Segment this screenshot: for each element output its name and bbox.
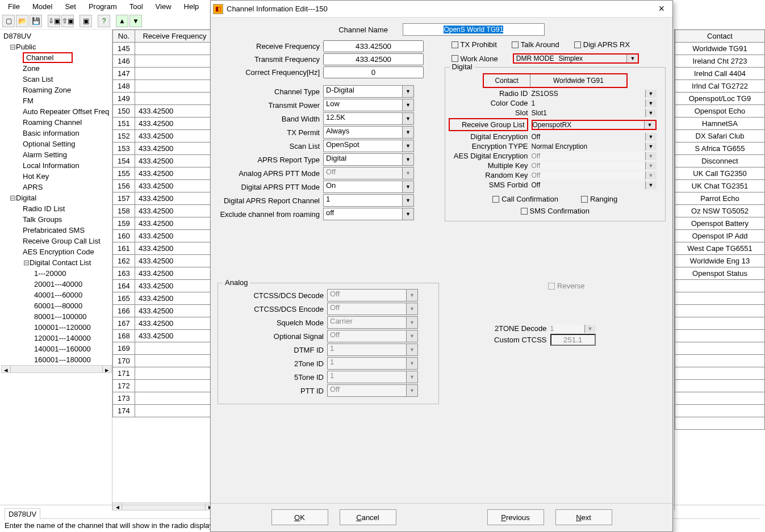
table-row[interactable]: 173 xyxy=(113,392,215,405)
list-item[interactable]: Openspot Echo xyxy=(675,105,765,118)
tree-aprs[interactable]: APRS xyxy=(1,182,112,192)
tx-permit-select[interactable]: Always▼ xyxy=(323,126,414,139)
up-arrow-icon[interactable]: ▲ xyxy=(116,15,128,27)
channel-type-select[interactable]: D-Digital▼ xyxy=(323,85,414,98)
table-row[interactable]: 170 xyxy=(113,355,215,367)
tree-root[interactable]: D878UV xyxy=(1,31,112,41)
table-row[interactable]: 169 xyxy=(113,342,215,355)
tree-fm[interactable]: FM xyxy=(1,95,112,106)
list-item[interactable]: HamnetSA xyxy=(675,118,765,130)
grid-header-no[interactable]: No. xyxy=(113,30,135,43)
digital-encryption-select[interactable]: Off▼ xyxy=(532,133,657,141)
list-item[interactable]: West Cape TG6551 xyxy=(675,242,765,255)
down-arrow-icon[interactable]: ▼ xyxy=(129,15,142,27)
rx-group-list-select[interactable]: OpenspotRX▼ xyxy=(532,120,657,130)
dialog-titlebar[interactable]: ◧ Channel Information Edit---150 × xyxy=(211,1,672,18)
tree-alarm-setting[interactable]: Alarm Setting xyxy=(1,149,112,160)
next-button[interactable]: Next xyxy=(555,509,612,525)
table-row[interactable]: 156433.42500 xyxy=(113,180,215,192)
channel-grid[interactable]: No. Receive Frequency 145146147148149150… xyxy=(112,30,215,510)
table-row[interactable]: 160433.42500 xyxy=(113,230,215,242)
sms-forbid-select[interactable]: Off▼ xyxy=(532,181,657,189)
list-item[interactable]: Openspot Status xyxy=(675,267,765,280)
list-item[interactable]: Irlnd Cal TG2722 xyxy=(675,80,765,93)
list-item[interactable]: Worldwide TG91 xyxy=(675,43,765,55)
table-row[interactable]: 148 xyxy=(113,80,215,93)
list-item[interactable]: DX Safari Club xyxy=(675,130,765,143)
tree-dcl-5[interactable]: 80001---100000 xyxy=(1,311,112,322)
table-row[interactable]: 145 xyxy=(113,43,215,55)
tree-dcl[interactable]: ⊟Digital Contact List xyxy=(1,257,112,268)
encryption-type-select[interactable]: Normal Encryption▼ xyxy=(532,143,657,150)
save-icon[interactable]: 💾 xyxy=(30,15,42,27)
tree-roaming-zone[interactable]: Roaming Zone xyxy=(1,85,112,95)
bandwidth-select[interactable]: 12.5K▼ xyxy=(323,112,414,125)
list-item[interactable]: Openspot/Loc TG9 xyxy=(675,93,765,105)
aprs-report-type-select[interactable]: Digital▼ xyxy=(323,153,414,166)
scan-list-select[interactable]: OpenSpot▼ xyxy=(323,140,414,152)
menu-help[interactable]: Help xyxy=(178,1,205,12)
list-item[interactable]: Openspot Battery xyxy=(675,217,765,230)
table-row[interactable]: 174 xyxy=(113,405,215,417)
menu-file[interactable]: File xyxy=(2,1,26,12)
slot-select[interactable]: Slot1▼ xyxy=(532,109,657,117)
list-item[interactable]: Parrot Echo xyxy=(675,192,765,205)
table-row[interactable]: 152433.42500 xyxy=(113,130,215,143)
tree-roaming-channel[interactable]: Roaming Channel xyxy=(1,117,112,128)
digital-aprs-ptt-select[interactable]: On▼ xyxy=(323,181,414,193)
dmr-mode-select[interactable]: Simplex▼ xyxy=(558,55,638,62)
grid-header-rx[interactable]: Receive Frequency xyxy=(135,30,214,43)
menu-program[interactable]: Program xyxy=(83,1,123,12)
table-row[interactable]: 167433.42500 xyxy=(113,317,215,330)
list-item[interactable]: Openspot IP Add xyxy=(675,230,765,242)
tree-dcl-4[interactable]: 60001---80000 xyxy=(1,300,112,311)
table-row[interactable]: 158433.42500 xyxy=(113,205,215,217)
tree-auto-repeater[interactable]: Auto Repeater Offset Freq xyxy=(1,106,112,117)
table-row[interactable]: 162433.42500 xyxy=(113,255,215,267)
help-icon[interactable]: ? xyxy=(98,15,110,27)
read-radio-icon[interactable]: ⇩▣ xyxy=(48,15,60,27)
tree-radio-id[interactable]: Radio ID List xyxy=(1,203,112,214)
table-row[interactable]: 157433.42500 xyxy=(113,192,215,205)
table-row[interactable]: 150433.42500 xyxy=(113,105,215,118)
tree-aes-encryption[interactable]: AES Encryption Code xyxy=(1,246,112,257)
tree-channel[interactable]: Channel xyxy=(1,52,112,63)
tree-dcl-1[interactable]: 1---20000 xyxy=(1,268,112,279)
contact-value[interactable]: Worldwide TG91 xyxy=(530,74,626,87)
tree-dcl-6[interactable]: 100001---120000 xyxy=(1,322,112,333)
contact-panel[interactable]: Contact Worldwide TG91Ireland Cht 2723Ir… xyxy=(674,30,765,510)
list-item[interactable]: Worldwide Eng 13 xyxy=(675,255,765,267)
digi-aprs-rx-check[interactable]: Digi APRS RX xyxy=(574,40,630,49)
tree-rx-group-call[interactable]: Receive Group Call List xyxy=(1,236,112,246)
tree-public[interactable]: ⊟Public xyxy=(1,41,112,52)
exclude-roaming-select[interactable]: off▼ xyxy=(323,208,414,220)
list-item[interactable]: UK Chat TG2351 xyxy=(675,180,765,192)
tree-hot-key[interactable]: Hot Key xyxy=(1,171,112,182)
tx-prohibit-check[interactable]: TX Prohibit xyxy=(452,40,497,49)
list-item[interactable]: UK Call TG2350 xyxy=(675,167,765,180)
previous-button[interactable]: Previous xyxy=(487,509,544,525)
tx-power-select[interactable]: Low▼ xyxy=(323,99,414,111)
navigation-tree[interactable]: D878UV ⊟Public Channel Zone Scan List Ro… xyxy=(0,30,112,510)
tree-dcl-7[interactable]: 120001---140000 xyxy=(1,333,112,344)
menu-set[interactable]: Set xyxy=(59,1,82,12)
ranging-check[interactable]: Ranging xyxy=(581,195,617,203)
tree-dcl-8[interactable]: 140001---160000 xyxy=(1,344,112,354)
rx-freq-input[interactable] xyxy=(323,40,424,52)
correct-freq-input[interactable] xyxy=(323,66,424,78)
menu-model[interactable]: Model xyxy=(27,1,58,12)
table-row[interactable]: 153433.42500 xyxy=(113,143,215,155)
call-confirmation-check[interactable]: Call Confirmation xyxy=(492,195,558,203)
table-row[interactable]: 159433.42500 xyxy=(113,217,215,230)
radio-id-select[interactable]: ZS1OSS▼ xyxy=(532,90,657,98)
device-icon[interactable]: ▣ xyxy=(80,15,92,27)
table-row[interactable]: 147 xyxy=(113,68,215,80)
write-radio-icon[interactable]: ⇧▣ xyxy=(61,15,74,27)
tree-prefab-sms[interactable]: Prefabricated SMS xyxy=(1,225,112,236)
tree-optional-setting[interactable]: Optional Setting xyxy=(1,139,112,149)
table-row[interactable]: 154433.42500 xyxy=(113,155,215,167)
table-row[interactable]: 155433.42500 xyxy=(113,167,215,180)
tree-dcl-2[interactable]: 20001---40000 xyxy=(1,279,112,290)
table-row[interactable]: 168433.42500 xyxy=(113,330,215,342)
menu-tool[interactable]: Tool xyxy=(124,1,149,12)
